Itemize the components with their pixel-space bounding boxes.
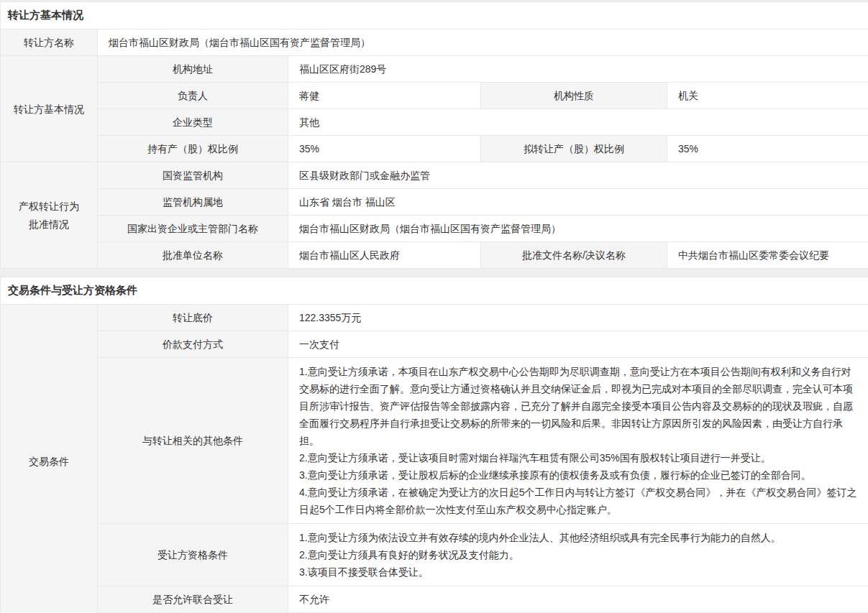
parent-enterprise-value: 烟台市福山区财政局（烟台市福山区国有资产监督管理局） [288, 216, 868, 242]
enterprise-type-value: 其他 [288, 109, 868, 136]
enterprise-type-label: 企业类型 [98, 109, 288, 136]
approval-unit-label: 批准单位名称 [98, 242, 288, 269]
table-row: 转让方名称 烟台市福山区财政局（烟台市福山区国有资产监督管理局） [1, 29, 868, 56]
regulator-label: 国资监管机构 [98, 162, 288, 189]
transferor-info-section: 转让方基本情况 转让方名称 烟台市福山区财政局（烟台市福山区国有资产监督管理局）… [0, 1, 868, 269]
transaction-conditions-table: 交易条件与受让方资格条件 交易条件 转让底价 122.3355万元 价款支付方式… [0, 277, 868, 613]
table-row: 持有产（股）权比例 35% 拟转让产（股）权比例 35% [1, 136, 868, 162]
table-row: 是否允许联合受让 不允许 [1, 586, 868, 613]
approval-doc-value: 中共烟台市福山区委常委会议纪要 [667, 242, 868, 269]
regulator-region-label: 监管机构属地 [98, 189, 288, 216]
payment-method-label: 价款支付方式 [98, 331, 288, 358]
table-row: 交易条件 转让底价 122.3355万元 [1, 305, 868, 331]
table-row: 受让方资格条件 1.意向受让方须为依法设立并有效存续的境内外企业法人、其他经济组… [1, 524, 868, 586]
section-header-row: 转让方基本情况 [1, 2, 868, 29]
section-gap [0, 269, 868, 277]
joint-transfer-label: 是否允许联合受让 [98, 586, 288, 613]
parent-enterprise-label: 国家出资企业或主管部门名称 [98, 216, 288, 242]
payment-method-value: 一次支付 [288, 331, 868, 358]
table-row: 监管机构属地 山东省 烟台市 福山区 [1, 189, 868, 216]
table-row: 企业类型 其他 [1, 109, 868, 136]
floor-price-value: 122.3355万元 [288, 305, 868, 331]
institution-nature-label: 机构性质 [481, 83, 667, 109]
approval-unit-value: 烟台市福山区人民政府 [288, 242, 481, 269]
table-row: 负责人 蒋健 机构性质 机关 [1, 83, 868, 109]
transferee-qualification-value: 1.意向受让方须为依法设立并有效存续的境内外企业法人、其他经济组织或具有完全民事… [288, 524, 868, 586]
transaction-conditions-section: 交易条件与受让方资格条件 交易条件 转让底价 122.3355万元 价款支付方式… [0, 277, 868, 613]
joint-transfer-value: 不允许 [288, 586, 868, 613]
person-in-charge-value: 蒋健 [288, 83, 481, 109]
person-in-charge-label: 负责人 [98, 83, 288, 109]
transferee-qualification-label: 受让方资格条件 [98, 524, 288, 586]
table-row: 批准单位名称 烟台市福山区人民政府 批准文件名称/决议名称 中共烟台市福山区委常… [1, 242, 868, 269]
section-header-row: 交易条件与受让方资格条件 [1, 277, 868, 305]
table-row: 产权转让行为 批准情况 国资监管机构 区县级财政部门或金融办监管 [1, 162, 868, 189]
address-label: 机构地址 [98, 56, 288, 83]
trade-conditions-group-label: 交易条件 [1, 305, 98, 613]
transfer-ratio-label: 拟转让产（股）权比例 [481, 136, 667, 162]
holding-ratio-value: 35% [288, 136, 481, 162]
transferor-name-value: 烟台市福山区财政局（烟台市福山区国有资产监督管理局） [98, 29, 868, 56]
approval-doc-label: 批准文件名称/决议名称 [481, 242, 667, 269]
transferor-info-table: 转让方基本情况 转让方名称 烟台市福山区财政局（烟台市福山区国有资产监督管理局）… [0, 1, 868, 269]
floor-price-label: 转让底价 [98, 305, 288, 331]
section2-title: 交易条件与受让方资格条件 [1, 277, 868, 305]
section1-title: 转让方基本情况 [1, 2, 868, 29]
table-row: 转让方基本情况 机构地址 福山区区府街289号 [1, 56, 868, 83]
holding-ratio-label: 持有产（股）权比例 [98, 136, 288, 162]
regulator-region-value: 山东省 烟台市 福山区 [288, 189, 868, 216]
institution-nature-value: 机关 [667, 83, 868, 109]
table-row: 价款支付方式 一次支付 [1, 331, 868, 358]
basic-info-group-label: 转让方基本情况 [1, 56, 98, 162]
approval-group-label: 产权转让行为 批准情况 [1, 162, 98, 269]
transferor-name-label: 转让方名称 [1, 29, 98, 56]
regulator-value: 区县级财政部门或金融办监管 [288, 162, 868, 189]
table-row: 国家出资企业或主管部门名称 烟台市福山区财政局（烟台市福山区国有资产监督管理局） [1, 216, 868, 242]
address-value: 福山区区府街289号 [288, 56, 868, 83]
table-row: 与转让相关的其他条件 1.意向受让方须承诺，本项目在山东产权交易中心公告期即为尽… [1, 358, 868, 524]
other-conditions-label: 与转让相关的其他条件 [98, 358, 288, 524]
other-conditions-value: 1.意向受让方须承诺，本项目在山东产权交易中心公告期即为尽职调查期，意向受让方在… [288, 358, 868, 524]
transfer-ratio-value: 35% [667, 136, 868, 162]
